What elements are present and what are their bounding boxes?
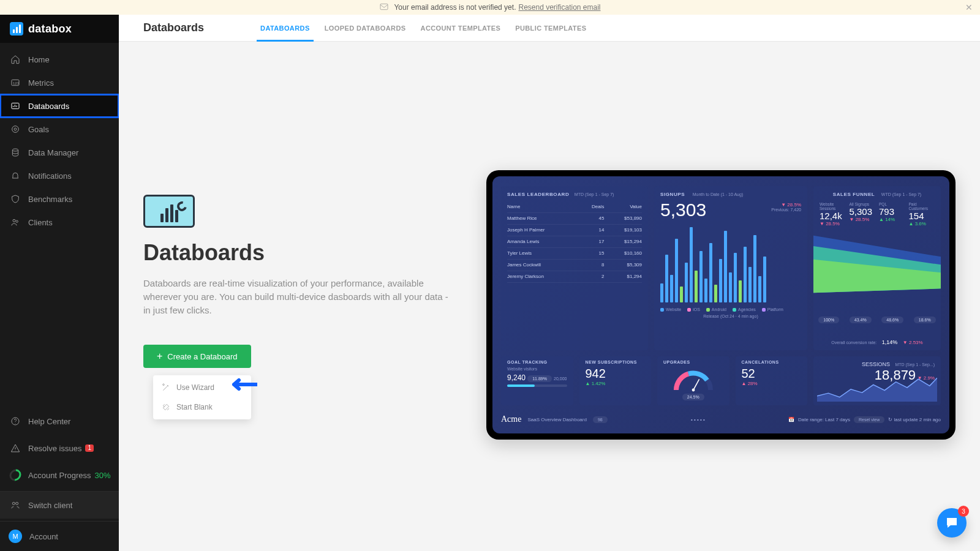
svg-point-11	[15, 451, 16, 451]
logo-icon	[10, 22, 23, 36]
brand-name: databox	[28, 23, 72, 36]
banner-text: Your email address is not verified yet.	[394, 3, 516, 12]
preview-subs: NEW SUBSCRIPTIONS 942 ▲ 1.42%	[579, 356, 652, 405]
bell-icon	[10, 170, 21, 181]
plus-icon: +	[157, 351, 162, 361]
tab-public-templates[interactable]: PUBLIC TEMPLATES	[508, 15, 594, 42]
svg-rect-0	[380, 4, 388, 9]
svg-rect-3	[12, 103, 19, 108]
preview-upgrades: UPGRADES 24.5%	[657, 356, 729, 405]
svg-point-7	[13, 219, 15, 222]
svg-point-5	[14, 128, 17, 130]
chat-badge: 3	[958, 506, 969, 517]
topbar: Databoards DATABOARDS LOOPED DATABOARDS …	[119, 15, 980, 42]
resend-link[interactable]: Resend verification email	[518, 3, 600, 12]
menu-label: Use Wizard	[176, 383, 214, 392]
preview-small-row: GOAL TRACKING Website visitors 9,240 11.…	[501, 356, 807, 405]
sidebar-item-clients[interactable]: Clients	[0, 211, 119, 234]
database-icon	[10, 147, 21, 158]
menu-label: Start Blank	[176, 403, 213, 411]
sidebar-item-label: Clients	[28, 218, 53, 227]
sidebar-item-label: Account Progress	[28, 471, 91, 480]
sidebar-bottom: Help Center Resolve issues 1 Account Pro…	[0, 408, 119, 551]
arrow-annotation	[229, 378, 257, 394]
preview-goal: GOAL TRACKING Website visitors 9,240 11.…	[501, 356, 573, 405]
preview-device: SIGNUPS Month to Date (1 - 10 Aug) 5,303…	[486, 170, 956, 440]
brand-logo[interactable]: databox	[0, 15, 119, 43]
svg-point-4	[12, 126, 19, 133]
wand-icon	[162, 383, 170, 392]
warning-icon	[10, 443, 21, 454]
sidebar-item-databoards[interactable]: Databoards	[0, 94, 119, 118]
preview-signups: SIGNUPS Month to Date (1 - 10 Aug) 5,303…	[654, 186, 807, 350]
preview-sessions: SESSIONS MTD (Sep 1 - Sep...) 18,879 ▼ 2…	[813, 356, 941, 405]
main: Databoards DATABOARDS LOOPED DATABOARDS …	[119, 15, 980, 551]
content: Databoards Databoards are real-time visu…	[119, 42, 980, 440]
sidebar-item-label: Help Center	[28, 417, 70, 426]
panel-range: Month to Date (1 - 10 Aug)	[693, 192, 744, 197]
sidebar-item-progress[interactable]: Account Progress 30%	[0, 462, 119, 489]
create-databoard-button[interactable]: + Create a Databoard	[143, 345, 251, 368]
progress-icon	[10, 470, 21, 481]
sidebar-item-resolve[interactable]: Resolve issues 1	[0, 435, 119, 462]
sidebar-item-benchmarks[interactable]: Benchmarks	[0, 187, 119, 211]
databoards-icon	[10, 100, 21, 111]
signups-release: Release (Oct 24 · 4 min ago)	[660, 314, 801, 318]
sidebar-item-label: Benchmarks	[28, 195, 72, 204]
sidebar-item-help[interactable]: Help Center	[0, 408, 119, 435]
sidebar-item-label: Resolve issues	[28, 444, 81, 453]
signups-chart	[660, 223, 801, 302]
sidebar-item-account[interactable]: M Account	[0, 522, 119, 551]
sidebar-item-switch-client[interactable]: Switch client	[0, 492, 119, 519]
verify-email-banner: Your email address is not verified yet. …	[0, 0, 980, 15]
metrics-icon: 123	[10, 77, 21, 88]
panel-title: SIGNUPS	[660, 192, 685, 197]
hero-desc: Databoards are real-time visualization o…	[143, 277, 450, 317]
preview-footer: Acme SaaS Overview Dashboard 98 • • • • …	[501, 411, 941, 427]
hero-title: Databoards	[143, 240, 462, 266]
close-banner[interactable]: ✕	[965, 2, 973, 12]
chat-button[interactable]: 3	[937, 508, 967, 538]
hero-icon	[143, 195, 195, 228]
svg-point-10	[15, 423, 16, 424]
svg-line-14	[693, 379, 699, 390]
tab-account-templates[interactable]: ACCOUNT TEMPLATES	[413, 15, 508, 42]
sidebar-item-label: Metrics	[28, 78, 54, 88]
svg-point-6	[12, 149, 18, 151]
svg-text:123: 123	[13, 81, 20, 85]
sidebar-item-notifications[interactable]: Notifications	[0, 164, 119, 187]
svg-point-8	[16, 220, 18, 222]
tab-looped[interactable]: LOOPED DATABOARDS	[317, 15, 413, 42]
resolve-badge: 1	[85, 444, 94, 452]
clients-icon	[10, 217, 21, 228]
preview-leaderboard: SALES LEADERBOARD MTD (Sep 1 - Sep 7) Na…	[501, 186, 648, 350]
preview-funnel: SALES FUNNEL WTD (Sep 1 - Sep 7) Website…	[813, 186, 941, 350]
panel-title: SALES FUNNEL	[833, 192, 875, 197]
progress-pct: 30%	[95, 471, 111, 480]
sidebar-item-label: Data Manager	[28, 148, 78, 157]
avatar: M	[9, 530, 22, 543]
panel-title: SALES LEADERBOARD	[507, 192, 569, 197]
sidebar: databox Home 123 Metrics Databoards Goal…	[0, 15, 119, 551]
sidebar-item-metrics[interactable]: 123 Metrics	[0, 71, 119, 94]
sidebar-item-label: Account	[29, 532, 58, 541]
shield-icon	[10, 193, 21, 204]
svg-point-13	[16, 502, 18, 504]
sidebar-item-label: Databoards	[28, 102, 69, 111]
sidebar-item-label: Notifications	[28, 171, 72, 181]
blank-icon	[162, 403, 170, 411]
funnel-chart	[813, 230, 941, 294]
menu-start-blank[interactable]: Start Blank	[153, 397, 251, 417]
goals-icon	[10, 124, 21, 135]
sidebar-item-label: Goals	[28, 125, 49, 134]
panel-range: WTD (Sep 1 - Sep 7)	[881, 192, 921, 197]
mail-icon	[379, 2, 394, 13]
svg-point-15	[692, 389, 695, 392]
sidebar-item-goals[interactable]: Goals	[0, 118, 119, 141]
sidebar-item-data-manager[interactable]: Data Manager	[0, 141, 119, 164]
sidebar-item-label: Home	[28, 55, 50, 64]
tab-databoards[interactable]: DATABOARDS	[253, 15, 317, 42]
sidebar-item-home[interactable]: Home	[0, 48, 119, 71]
help-icon	[10, 416, 21, 427]
hero-column: Databoards Databoards are real-time visu…	[143, 78, 462, 419]
